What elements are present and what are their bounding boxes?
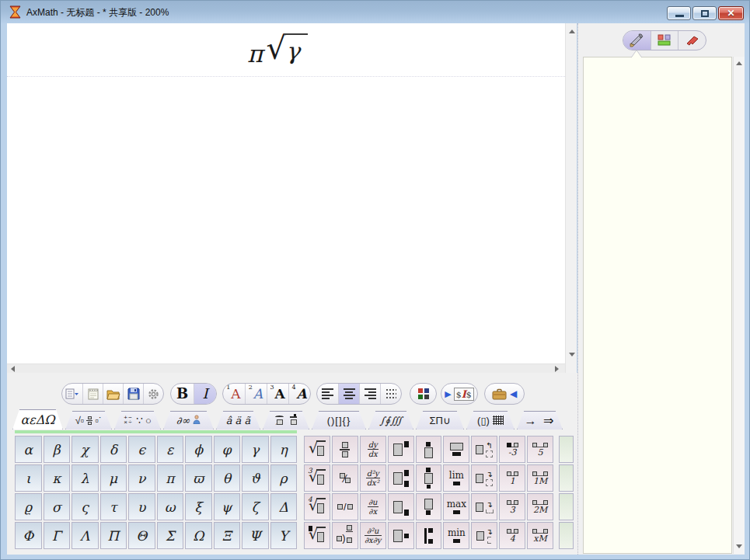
- greek-symbol-cell[interactable]: ζ: [242, 493, 269, 520]
- align-left-button[interactable]: [317, 384, 338, 404]
- template-cell-dfrac[interactable]: ∂²u∂x∂y: [360, 522, 386, 549]
- settings-button[interactable]: [143, 384, 163, 404]
- template-cell-dfrac[interactable]: ∂u∂x: [360, 493, 386, 520]
- scroll-left-icon[interactable]: [11, 366, 15, 372]
- side-panel-content[interactable]: [583, 57, 732, 554]
- greek-symbol-cell[interactable]: Ω: [185, 522, 212, 549]
- title-bar[interactable]: AxMath - 无标题 - * 共享版 - 200% ✕: [1, 1, 749, 23]
- greek-symbol-cell[interactable]: ϵ: [128, 436, 155, 463]
- template-cell-accent[interactable]: [416, 522, 442, 549]
- template-cell-dfrac[interactable]: d²ydx²: [360, 464, 386, 492]
- scroll-up-icon[interactable]: [569, 30, 575, 33]
- greek-symbol-cell[interactable]: ς: [72, 493, 99, 520]
- greek-symbol-cell[interactable]: χ: [72, 436, 99, 463]
- greek-symbol-cell[interactable]: ϱ: [15, 493, 42, 520]
- template-cell-space2[interactable]: 1M: [527, 464, 553, 492]
- greek-symbol-cell[interactable]: ι: [15, 464, 42, 492]
- greek-symbol-cell[interactable]: η: [270, 436, 298, 463]
- scroll-down-icon[interactable]: [569, 353, 575, 357]
- tab-greek[interactable]: αεΔΩ: [12, 409, 63, 430]
- greek-symbol-cell[interactable]: Φ: [15, 522, 42, 549]
- scroll-right-icon[interactable]: [555, 366, 559, 372]
- color-scheme-tab[interactable]: [651, 31, 678, 50]
- template-cell-radical[interactable]: √: [304, 436, 330, 463]
- latex-toggle-button[interactable]: ▶$I$: [441, 384, 477, 404]
- template-cell-script[interactable]: [388, 522, 414, 549]
- document-canvas[interactable]: π √ γ: [7, 23, 565, 363]
- stamp-tab[interactable]: [623, 31, 651, 50]
- italic-button[interactable]: I: [194, 384, 216, 404]
- greek-symbol-cell[interactable]: μ: [100, 464, 127, 492]
- close-button[interactable]: ✕: [718, 6, 744, 20]
- template-cell-script[interactable]: [388, 493, 414, 520]
- template-cell-arrow[interactable]: ↴: [471, 464, 497, 492]
- greek-symbol-cell[interactable]: σ: [44, 493, 71, 520]
- template-cell-script[interactable]: [388, 436, 414, 463]
- save-button[interactable]: [123, 384, 143, 404]
- side-panel-scrollbar[interactable]: [733, 57, 745, 554]
- greek-symbol-cell[interactable]: ϖ: [185, 464, 212, 492]
- tab-misc-symbols[interactable]: ∂∞: [163, 411, 214, 430]
- font-style-2-button[interactable]: A2: [245, 384, 267, 404]
- template-cell-space2[interactable]: 5: [527, 436, 553, 463]
- greek-symbol-cell[interactable]: υ: [128, 493, 155, 520]
- briefcase-button[interactable]: ◀: [485, 384, 524, 404]
- greek-symbol-cell[interactable]: ϑ: [242, 464, 269, 492]
- greek-symbol-cell[interactable]: θ: [214, 464, 241, 492]
- template-cell-frac-linear[interactable]: /: [332, 493, 358, 520]
- template-cell-limit[interactable]: lim: [443, 464, 469, 492]
- template-cell-radical[interactable]: 4√: [304, 493, 330, 520]
- bookmark-tab[interactable]: [678, 31, 706, 50]
- greek-symbol-cell[interactable]: Λ: [72, 522, 99, 549]
- template-cell-space[interactable]: 4: [499, 522, 525, 549]
- canvas-horizontal-scrollbar[interactable]: [7, 363, 565, 373]
- greek-symbol-cell[interactable]: Γ: [44, 522, 71, 549]
- tab-big-operators[interactable]: ΣΠ∪: [416, 411, 464, 430]
- greek-symbol-cell[interactable]: Π: [100, 522, 127, 549]
- template-cell-frac-stack[interactable]: [332, 436, 358, 463]
- font-style-4-button[interactable]: A4: [288, 384, 310, 404]
- list-format-button[interactable]: [380, 384, 401, 404]
- greek-symbol-cell[interactable]: Δ: [270, 493, 298, 520]
- greek-symbol-cell[interactable]: β: [44, 436, 71, 463]
- greek-symbol-cell[interactable]: ν: [128, 464, 155, 492]
- template-cell-dfrac[interactable]: dydx: [360, 436, 386, 463]
- font-style-3-button[interactable]: A3: [267, 384, 288, 404]
- tab-brackets[interactable]: ()[]{}: [312, 411, 366, 430]
- template-cell-underbox[interactable]: [443, 436, 469, 463]
- tab-operators[interactable]: +−×÷∵ ○: [114, 411, 161, 430]
- template-cell-accent[interactable]: [416, 464, 442, 492]
- greek-symbol-cell[interactable]: κ: [44, 464, 71, 492]
- next-palette-cell[interactable]: [559, 436, 574, 463]
- align-center-button[interactable]: [338, 384, 359, 404]
- minimize-button[interactable]: [667, 6, 691, 20]
- template-cell-longdiv[interactable]: ): [332, 522, 358, 549]
- greek-symbol-cell[interactable]: ξ: [185, 493, 212, 520]
- canvas-vertical-scrollbar[interactable]: [565, 23, 577, 373]
- greek-symbol-cell[interactable]: Ψ: [242, 522, 269, 549]
- greek-symbol-cell[interactable]: τ: [100, 493, 127, 520]
- template-cell-space[interactable]: 3: [499, 493, 525, 520]
- greek-symbol-cell[interactable]: γ: [242, 436, 269, 463]
- next-palette-cell[interactable]: [559, 493, 574, 520]
- greek-symbol-cell[interactable]: ψ: [214, 493, 241, 520]
- open-button[interactable]: [103, 384, 123, 404]
- greek-symbol-cell[interactable]: Θ: [128, 522, 155, 549]
- panel-scroll-down-icon[interactable]: [736, 544, 742, 548]
- next-palette-cell[interactable]: [559, 464, 574, 492]
- template-cell-limit[interactable]: max: [443, 493, 469, 520]
- font-style-1-button[interactable]: A1: [223, 384, 245, 404]
- greek-symbol-cell[interactable]: ε: [157, 436, 184, 463]
- template-cell-arrow[interactable]: ↰: [471, 436, 497, 463]
- template-cell-arrow[interactable]: ↴: [471, 493, 497, 520]
- greek-symbol-cell[interactable]: λ: [72, 464, 99, 492]
- menu-button[interactable]: [62, 384, 82, 404]
- template-cell-space2[interactable]: xM: [527, 522, 553, 549]
- greek-symbol-cell[interactable]: α: [15, 436, 42, 463]
- color-scheme-button[interactable]: [410, 384, 436, 404]
- greek-symbol-cell[interactable]: ω: [157, 493, 184, 520]
- greek-symbol-cell[interactable]: Υ: [270, 522, 298, 549]
- greek-symbol-cell[interactable]: ϕ: [185, 436, 212, 463]
- tab-accents[interactable]: â ä ã: [216, 411, 260, 430]
- bold-button[interactable]: B: [171, 384, 194, 404]
